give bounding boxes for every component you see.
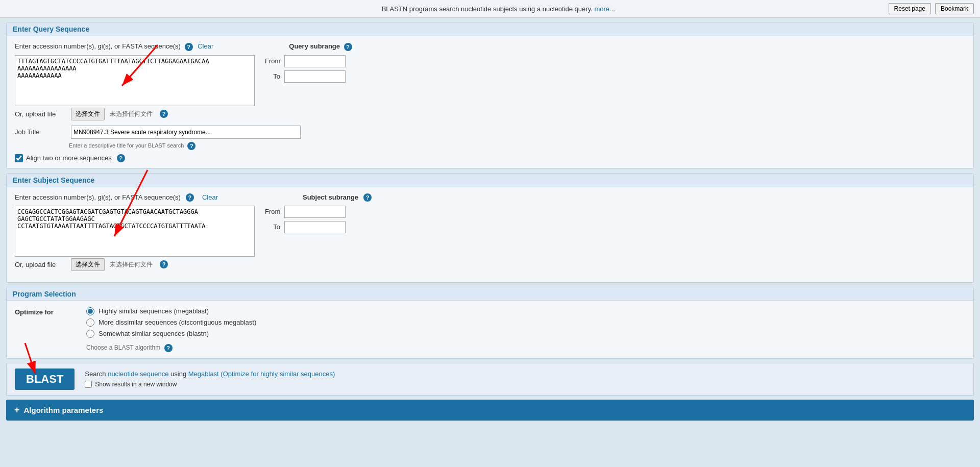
subrange-help-icon[interactable]: ? <box>344 43 352 51</box>
subject-upload-help[interactable]: ? <box>160 260 168 268</box>
subject-from-label: From <box>265 208 280 215</box>
query-sequence-textarea[interactable] <box>15 55 255 106</box>
radio-blastn-label: Somewhat similar sequences (blastn) <box>99 330 209 337</box>
job-title-help[interactable]: ? <box>187 142 195 150</box>
program-section: Program Selection Optimize for Highly si… <box>6 287 974 359</box>
radio-dc-megablast-label: More dissimilar sequences (discontiguous… <box>99 318 256 326</box>
radio-megablast-input[interactable] <box>86 307 94 315</box>
subject-from-row: From <box>265 206 346 218</box>
query-section: Enter Query Sequence Enter accession num… <box>6 22 974 169</box>
query-from-input[interactable] <box>284 55 346 67</box>
radio-megablast-label: Highly similar sequences (megablast) <box>99 307 209 315</box>
blast-link2[interactable]: Megablast (Optimize for highly similar s… <box>188 370 335 378</box>
program-section-body: Optimize for Highly similar sequences (m… <box>7 301 973 358</box>
blast-bar: BLAST Search nucleotide sequence using M… <box>6 363 974 396</box>
align-label: Align two or more sequences <box>26 154 112 162</box>
query-subrange-title: Query subrange <box>289 42 340 50</box>
subject-section: Enter Subject Sequence Enter accession n… <box>6 173 974 283</box>
query-upload-row: Or, upload file 选择文件 未选择任何文件 ? <box>15 108 965 120</box>
subject-to-input[interactable] <box>284 221 346 233</box>
job-title-input[interactable] <box>71 126 301 139</box>
query-from-row: From <box>265 55 346 67</box>
radio-dc-megablast[interactable]: More dissimilar sequences (discontiguous… <box>86 318 256 327</box>
subject-from-input[interactable] <box>284 206 346 218</box>
blast-desc-text: Search nucleotide sequence using Megabla… <box>85 370 335 378</box>
align-checkbox-row: Align two or more sequences ? <box>15 154 965 162</box>
subject-sequence-textarea[interactable] <box>15 206 255 257</box>
subject-help-icon[interactable]: ? <box>186 193 194 202</box>
blast-button[interactable]: BLAST <box>15 368 75 390</box>
algo-params-bar[interactable]: + Algorithm parameters <box>6 400 974 421</box>
query-clear-link[interactable]: Clear <box>198 42 213 50</box>
subject-section-header: Enter Subject Sequence <box>7 174 973 187</box>
subject-subrange-title: Subject subrange <box>303 193 358 201</box>
query-section-body: Enter accession number(s), gi(s), or FAS… <box>7 36 973 168</box>
query-section-header: Enter Query Sequence <box>7 22 973 36</box>
radio-blastn-input[interactable] <box>86 330 94 338</box>
radio-megablast[interactable]: Highly similar sequences (megablast) <box>86 307 256 315</box>
description-text: BLASTN programs search nucleotide subjec… <box>382 5 593 13</box>
subject-sequence-area: From To <box>15 206 965 258</box>
new-window-label: Show results in a new window <box>95 381 177 388</box>
query-no-file: 未选择任何文件 <box>110 110 153 118</box>
plus-icon: + <box>14 405 20 415</box>
subject-clear-link[interactable]: Clear <box>202 193 218 201</box>
program-section-header: Program Selection <box>7 287 973 301</box>
query-upload-help[interactable]: ? <box>160 110 168 118</box>
job-title-hint: Enter a descriptive title for your BLAST… <box>69 142 965 150</box>
radio-blastn[interactable]: Somewhat similar sequences (blastn) <box>86 330 256 338</box>
subject-to-label: To <box>265 223 280 231</box>
query-subrange-panel: From To <box>265 55 346 108</box>
subject-to-row: To <box>265 221 346 233</box>
algo-params-label: Algorithm parameters <box>24 406 104 414</box>
algo-help[interactable]: ? <box>164 344 173 352</box>
top-bar: BLASTN programs search nucleotide subjec… <box>0 0 980 18</box>
subject-subrange-panel: From To <box>265 206 346 258</box>
subject-upload-label: Or, upload file <box>15 261 66 268</box>
optimize-label: Optimize for <box>15 307 76 316</box>
query-to-label: To <box>265 72 280 80</box>
query-file-button[interactable]: 选择文件 <box>71 108 105 120</box>
radio-group: Highly similar sequences (megablast) Mor… <box>86 307 256 352</box>
more-link[interactable]: more... <box>594 5 615 13</box>
query-to-row: To <box>265 70 346 83</box>
choose-algo: Choose a BLAST algorithm ? <box>86 344 256 352</box>
subject-file-button[interactable]: 选择文件 <box>71 258 105 271</box>
bookmark-button[interactable]: Bookmark <box>935 3 974 14</box>
optimize-row: Optimize for Highly similar sequences (m… <box>15 307 965 352</box>
query-from-label: From <box>265 57 280 65</box>
blast-link1[interactable]: nucleotide sequence <box>108 370 168 378</box>
job-title-row: Job Title <box>15 126 965 139</box>
new-window-checkbox[interactable] <box>85 381 92 388</box>
subject-upload-row: Or, upload file 选择文件 未选择任何文件 ? <box>15 258 965 271</box>
subject-subrange-help[interactable]: ? <box>363 193 372 202</box>
main-content: Enter Query Sequence Enter accession num… <box>0 18 980 425</box>
new-window-row: Show results in a new window <box>85 381 335 388</box>
top-bar-actions: Reset page Bookmark <box>889 3 974 14</box>
top-bar-description: BLASTN programs search nucleotide subjec… <box>108 5 889 13</box>
reset-page-button[interactable]: Reset page <box>889 3 931 14</box>
radio-dc-megablast-input[interactable] <box>86 318 94 327</box>
subject-section-body: Enter accession number(s), gi(s), or FAS… <box>7 187 973 282</box>
query-sequence-area: From To <box>15 55 965 108</box>
blast-description: Search nucleotide sequence using Megabla… <box>85 370 335 388</box>
align-help[interactable]: ? <box>117 154 125 162</box>
subject-no-file: 未选择任何文件 <box>110 260 153 269</box>
subject-label: Enter accession number(s), gi(s), or FAS… <box>15 193 181 201</box>
query-to-input[interactable] <box>284 70 346 83</box>
query-label: Enter accession number(s), gi(s), or FAS… <box>15 42 181 50</box>
align-checkbox[interactable] <box>15 154 23 162</box>
query-help-icon[interactable]: ? <box>185 43 193 51</box>
query-upload-label: Or, upload file <box>15 110 66 118</box>
job-title-label: Job Title <box>15 128 66 136</box>
